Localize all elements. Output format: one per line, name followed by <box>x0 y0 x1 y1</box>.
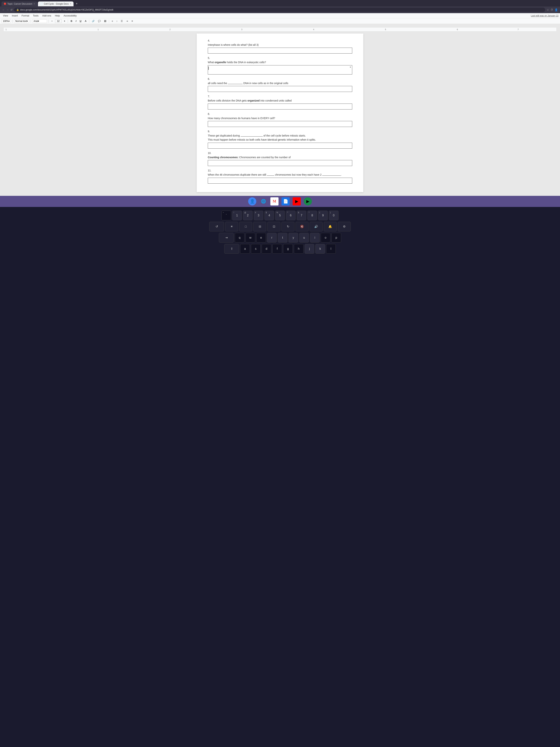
new-tab-button[interactable]: + <box>74 1 79 6</box>
font-size-minus[interactable]: − <box>50 19 54 23</box>
key-d[interactable]: d <box>262 244 271 254</box>
taskbar-play-icon[interactable]: ▶ <box>304 197 312 205</box>
font-value: Arial <box>33 20 38 22</box>
key-e[interactable]: e <box>256 233 266 242</box>
menu-help[interactable]: Help <box>53 14 61 18</box>
key-h[interactable]: h <box>294 244 303 254</box>
key-brightness-down[interactable]: ☀ <box>225 222 238 231</box>
key-2[interactable]: @ 2 <box>243 211 252 220</box>
font-size-plus[interactable]: + <box>63 19 66 23</box>
taskbar-youtube-icon[interactable]: ▶ <box>293 197 301 205</box>
key-tab[interactable]: ⇥ <box>219 233 234 242</box>
key-t[interactable]: t <box>278 233 287 242</box>
profile-button[interactable]: 👤 <box>555 8 558 11</box>
font-size-box[interactable]: 12 <box>55 19 62 23</box>
key-s[interactable]: s <box>251 244 261 254</box>
key-fullscreen[interactable]: ⊡ <box>267 222 281 231</box>
taskbar-docs-icon[interactable]: 📄 <box>282 197 290 205</box>
comment-button[interactable]: 💬 <box>97 19 102 23</box>
key-l[interactable]: l <box>326 244 336 254</box>
q6-text: all cells need the DNA in new cells as i… <box>208 81 352 85</box>
key-f[interactable]: f <box>272 244 282 254</box>
italic-button[interactable]: I <box>75 19 78 23</box>
key-3[interactable]: # 3 <box>254 211 263 220</box>
ruler: 1 1 2 3 4 5 6 7 <box>4 28 556 32</box>
key-g[interactable]: g <box>283 244 293 254</box>
tab-cancer-close[interactable]: ✕ <box>33 3 35 5</box>
key-0[interactable]: ) 0 <box>329 211 339 220</box>
menu-addons[interactable]: Add-ons <box>41 14 53 18</box>
key-1[interactable]: ! 1 <box>232 211 242 220</box>
q10-answer[interactable] <box>208 160 352 166</box>
underline-button[interactable]: U <box>79 19 82 23</box>
key-caps[interactable]: ⇪ <box>224 244 239 254</box>
key-k[interactable]: k <box>315 244 325 254</box>
reload-button[interactable]: ↺ <box>10 8 12 11</box>
q6-answer[interactable] <box>208 86 352 92</box>
key-i[interactable]: i <box>310 233 320 242</box>
bold-button[interactable]: B <box>70 19 73 23</box>
menu-accessibility[interactable]: Accessibility <box>62 14 78 18</box>
key-extra[interactable]: ⚙ <box>338 222 351 231</box>
taskbar-chrome-icon[interactable]: 🌐 <box>259 197 267 205</box>
clear-formatting[interactable]: ✕ <box>130 19 134 23</box>
tab-cancer-label: Topic: Cancer Discussion <box>7 3 32 5</box>
key-9[interactable]: ( 9 <box>318 211 328 220</box>
key-window-snap[interactable]: ⊟ <box>254 222 266 231</box>
key-w[interactable]: w <box>245 233 255 242</box>
back-button[interactable]: ← <box>2 8 5 11</box>
strikethrough-button[interactable]: A <box>84 19 87 23</box>
menu-format[interactable]: Format <box>20 14 31 18</box>
q7-answer[interactable] <box>208 104 352 109</box>
link-button[interactable]: 🔗 <box>91 19 96 23</box>
zoom-selector[interactable]: 100% ▾ <box>1 19 11 23</box>
taskbar-person-icon[interactable]: 👤 <box>248 197 256 205</box>
q4-answer[interactable] <box>208 48 352 54</box>
key-j[interactable]: j <box>304 244 314 254</box>
q9-answer[interactable] <box>208 143 352 149</box>
menu-view[interactable]: View <box>1 14 10 18</box>
key-7[interactable]: & 7 <box>297 211 306 220</box>
key-4[interactable]: $ 4 <box>264 211 274 220</box>
key-tilde[interactable]: ~ ` <box>221 211 231 220</box>
style-selector[interactable]: Normal text ▾ <box>14 19 29 23</box>
font-selector[interactable]: Arial ▾ <box>32 19 47 23</box>
history-button[interactable]: ⏱ <box>551 8 553 11</box>
bookmark-button[interactable]: ☆ <box>547 8 549 11</box>
forward-button[interactable]: → <box>6 8 9 11</box>
key-mute[interactable]: 🔔 <box>324 222 337 231</box>
q11-answer[interactable] <box>208 178 352 184</box>
key-p[interactable]: p <box>331 233 341 242</box>
tab-cancer[interactable]: 🔴 Topic: Cancer Discussion ✕ <box>1 1 37 6</box>
doc-page[interactable]: 4. Interphase is where cells do what? (l… <box>197 33 363 192</box>
key-vol-down[interactable]: 🔇 <box>296 222 309 231</box>
key-9-top: ( <box>319 212 320 214</box>
key-r[interactable]: r <box>267 233 277 242</box>
line-spacing-button[interactable]: ↕ <box>115 19 118 23</box>
image-button[interactable]: 🖼 <box>103 19 107 23</box>
key-a[interactable]: a <box>240 244 250 254</box>
key-reload[interactable]: ↻ <box>282 222 294 231</box>
q5-answer[interactable]: ▼ <box>208 65 352 75</box>
key-6[interactable]: ^ 6 <box>286 211 296 220</box>
key-u[interactable]: u <box>299 233 309 242</box>
taskbar-gmail-icon[interactable]: M <box>270 197 278 205</box>
key-square[interactable]: □ <box>239 222 252 231</box>
align-button[interactable]: ≡ <box>111 19 114 23</box>
list-button[interactable]: ☰ <box>119 19 124 23</box>
key-q[interactable]: q <box>235 233 244 242</box>
key-5[interactable]: % 5 <box>275 211 285 220</box>
indent-button[interactable]: ⇥ <box>125 19 129 23</box>
key-8[interactable]: * 8 <box>308 211 317 220</box>
key-o[interactable]: o <box>321 233 330 242</box>
q8-answer[interactable] <box>208 121 352 127</box>
key-j-label: j <box>309 247 310 251</box>
menu-tools[interactable]: Tools <box>31 14 40 18</box>
key-y[interactable]: y <box>289 233 298 242</box>
address-bar[interactable]: 🔒 docs.google.com/document/d/1SpKcHPWT4O… <box>14 7 545 12</box>
tab-docs[interactable]: 📄 Cell Cycle - Google Docs ✕ <box>38 1 74 6</box>
tab-docs-close[interactable]: ✕ <box>70 3 71 5</box>
menu-insert[interactable]: Insert <box>10 14 20 18</box>
key-back[interactable]: ↺ <box>209 222 224 231</box>
key-vol-up[interactable]: 🔊 <box>310 222 323 231</box>
